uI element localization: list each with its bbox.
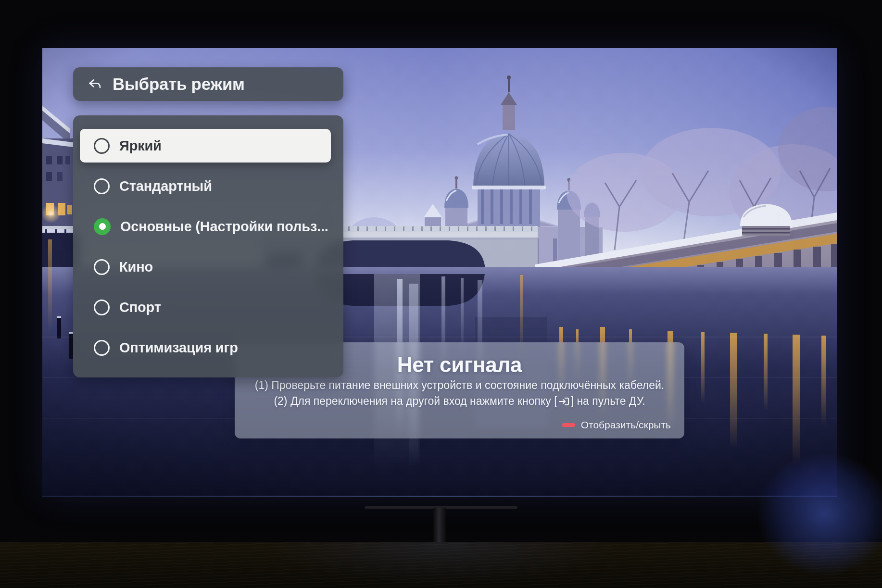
no-signal-instruction-2: (2) Для переключения на другой вход нажм…	[235, 394, 684, 409]
radio-unselected-icon	[94, 138, 110, 154]
text-fragment: ] на пульте ДУ.	[571, 395, 645, 407]
menu-item-label: Основные (Настройки польз...	[120, 219, 328, 235]
menu-item-label: Спорт	[119, 300, 161, 315]
back-button[interactable]	[87, 76, 103, 92]
input-select-icon	[558, 397, 570, 406]
red-dash-key-icon	[562, 423, 575, 427]
menu-item-label: Оптимизация игр	[119, 340, 238, 356]
menu-item-sports[interactable]: Спорт	[73, 287, 343, 327]
menu-item-label: Яркий	[119, 138, 162, 154]
menu-item-standard[interactable]: Стандартный	[73, 166, 343, 206]
radio-unselected-icon	[94, 259, 110, 275]
back-arrow-icon	[88, 77, 102, 91]
picture-mode-menu: Яркий Стандартный Основные (Настройки по…	[73, 115, 343, 377]
menu-item-label: Кино	[119, 259, 153, 275]
tv-screen: Выбрать режим Яркий Стандартный Основные…	[42, 48, 837, 497]
show-hide-hint[interactable]: Отобразить/скрыть	[562, 419, 671, 431]
no-signal-instruction-1: (1) Проверьте питание внешних устройств …	[235, 378, 684, 393]
radio-unselected-icon	[94, 300, 110, 315]
radio-selected-icon	[94, 218, 111, 235]
radio-unselected-icon	[94, 178, 110, 194]
menu-item-vivid[interactable]: Яркий	[80, 129, 331, 163]
menu-item-label: Стандартный	[119, 178, 212, 194]
text-fragment: (2) Для переключения на другой вход нажм…	[274, 395, 557, 407]
menu-header: Выбрать режим	[73, 67, 343, 101]
radio-unselected-icon	[94, 340, 110, 356]
show-hide-label: Отобразить/скрыть	[581, 419, 671, 431]
menu-item-game-optimizer[interactable]: Оптимизация игр	[73, 327, 343, 368]
menu-item-cinema[interactable]: Кино	[73, 247, 343, 287]
table-surface	[0, 542, 882, 588]
page-title: Выбрать режим	[113, 75, 245, 94]
menu-item-basic-user-settings[interactable]: Основные (Настройки польз...	[73, 206, 343, 247]
